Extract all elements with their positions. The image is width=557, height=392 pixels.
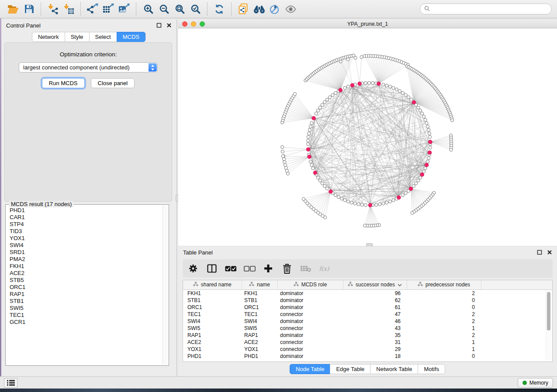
network-node[interactable] xyxy=(310,163,313,166)
network-dominator-node[interactable] xyxy=(397,196,401,199)
network-node[interactable] xyxy=(325,98,329,101)
network-node[interactable] xyxy=(427,128,430,131)
import-network-icon[interactable] xyxy=(45,2,61,17)
table-row[interactable]: PHD1PHD1dominator180 xyxy=(183,353,552,360)
network-node[interactable] xyxy=(340,197,343,200)
network-node[interactable] xyxy=(364,203,367,206)
network-node[interactable] xyxy=(388,200,391,203)
network-dominator-node[interactable] xyxy=(425,163,429,167)
network-node[interactable] xyxy=(343,199,346,202)
mcds-result-item[interactable]: SRD1 xyxy=(10,249,163,256)
network-node[interactable] xyxy=(382,202,385,205)
deselect-all-columns-icon[interactable] xyxy=(243,262,256,275)
network-dominator-node[interactable] xyxy=(429,140,432,144)
close-panel-button[interactable]: Close panel xyxy=(91,78,135,88)
network-node[interactable] xyxy=(310,122,313,125)
network-node[interactable] xyxy=(360,203,363,206)
network-node[interactable] xyxy=(392,86,395,89)
network-node[interactable] xyxy=(382,83,385,86)
table-row[interactable]: ACE2ACE2connector311 xyxy=(183,339,552,346)
mcds-result-item[interactable]: STP4 xyxy=(10,221,163,228)
open-file-icon[interactable] xyxy=(5,2,21,17)
network-node[interactable] xyxy=(417,179,420,182)
table-scrollbar-thumb[interactable] xyxy=(547,292,550,330)
network-node[interactable] xyxy=(309,160,312,163)
hide-graphics-details-icon[interactable] xyxy=(267,2,283,17)
zoom-fit-icon[interactable] xyxy=(172,2,187,17)
network-node[interactable] xyxy=(385,201,388,204)
table-scrollbar[interactable] xyxy=(546,290,551,360)
network-leaf-node[interactable] xyxy=(363,224,367,227)
refresh-layout-icon[interactable] xyxy=(211,2,227,17)
network-search[interactable] xyxy=(420,3,552,14)
network-node[interactable] xyxy=(316,176,319,179)
network-node[interactable] xyxy=(308,132,311,135)
network-node[interactable] xyxy=(311,167,315,170)
network-node[interactable] xyxy=(429,146,432,149)
mcds-result-item[interactable]: TEC1 xyxy=(10,312,163,319)
network-leaf-node[interactable] xyxy=(450,148,453,151)
network-node[interactable] xyxy=(415,182,418,185)
table-row[interactable]: ORC1ORC1dominator610 xyxy=(183,304,552,311)
column-header-successor-nodes[interactable]: successor nodes xyxy=(343,280,407,289)
network-node[interactable] xyxy=(410,98,413,101)
float-table-panel-icon[interactable] xyxy=(537,250,542,255)
mcds-result-item[interactable]: TID3 xyxy=(10,228,163,235)
network-node[interactable] xyxy=(425,122,428,125)
close-panel-icon[interactable] xyxy=(166,23,172,28)
table-row[interactable]: SWI5SWI5connector431 xyxy=(183,325,552,332)
mcds-result-item[interactable]: ORC1 xyxy=(10,284,163,291)
tab-network[interactable]: Network xyxy=(32,32,65,42)
table-row[interactable]: SWI4SWI4dominator462 xyxy=(183,318,552,325)
delete-column-icon[interactable] xyxy=(281,262,293,275)
network-leaf-node[interactable] xyxy=(360,55,363,58)
network-node[interactable] xyxy=(426,125,429,128)
show-graphics-details-icon[interactable] xyxy=(283,2,298,17)
column-header-name[interactable]: name xyxy=(242,280,277,289)
network-node[interactable] xyxy=(347,200,350,203)
table-row[interactable]: STB1STB1dominator620 xyxy=(183,297,552,304)
tab-style[interactable]: Style xyxy=(65,32,90,42)
show-columns-icon[interactable] xyxy=(206,262,218,275)
run-mcds-button[interactable]: Run MCDS xyxy=(42,78,85,88)
network-node[interactable] xyxy=(323,100,326,103)
network-node[interactable] xyxy=(385,84,388,87)
select-all-columns-icon[interactable] xyxy=(225,262,237,275)
memory-button[interactable]: Memory xyxy=(518,378,553,388)
network-node[interactable] xyxy=(421,112,424,115)
minimize-window-icon[interactable] xyxy=(191,21,196,27)
close-table-panel-icon[interactable] xyxy=(547,250,552,255)
network-leaf-node[interactable] xyxy=(284,163,287,166)
network-node[interactable] xyxy=(388,85,391,88)
mcds-result-item[interactable]: STB5 xyxy=(10,277,163,284)
search-network-icon[interactable] xyxy=(251,2,267,17)
network-node[interactable] xyxy=(367,81,370,84)
network-node[interactable] xyxy=(424,118,427,121)
network-node[interactable] xyxy=(426,160,429,163)
network-node[interactable] xyxy=(422,170,426,173)
network-node[interactable] xyxy=(334,91,337,94)
mcds-result-item[interactable]: ACE2 xyxy=(10,270,163,277)
network-node[interactable] xyxy=(422,115,426,118)
table-options-icon[interactable] xyxy=(187,262,199,275)
mcds-result-item[interactable]: STB1 xyxy=(10,298,163,305)
network-node[interactable] xyxy=(364,82,367,85)
mcds-result-item[interactable]: CAR1 xyxy=(10,214,163,221)
network-dominator-node[interactable] xyxy=(420,173,424,177)
task-history-button[interactable] xyxy=(4,378,17,388)
network-node[interactable] xyxy=(307,139,310,142)
network-dominator-node[interactable] xyxy=(329,190,333,194)
network-node[interactable] xyxy=(318,179,322,182)
network-node[interactable] xyxy=(334,193,337,196)
network-node[interactable] xyxy=(343,86,346,89)
add-column-icon[interactable] xyxy=(262,262,274,275)
column-header-MCDS-role[interactable]: MCDS role xyxy=(277,280,343,289)
network-node[interactable] xyxy=(398,89,401,93)
float-panel-icon[interactable] xyxy=(156,23,162,28)
table-row[interactable]: RAP1RAP1dominator352 xyxy=(183,332,552,339)
export-table-icon[interactable] xyxy=(100,2,116,17)
network-node[interactable] xyxy=(328,96,331,99)
network-node[interactable] xyxy=(309,125,312,128)
network-node[interactable] xyxy=(306,142,309,145)
network-dominator-node[interactable] xyxy=(409,187,413,191)
